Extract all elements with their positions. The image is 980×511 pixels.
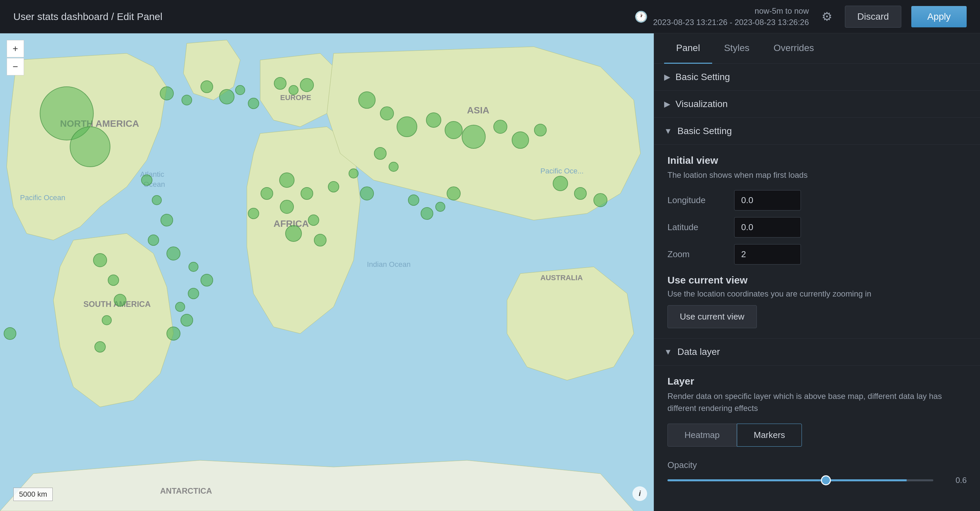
svg-point-51 xyxy=(360,187,374,200)
data-layer-header[interactable]: ▼ Data layer xyxy=(654,339,980,366)
svg-point-49 xyxy=(349,169,358,178)
use-current-title: Use current view xyxy=(667,274,967,286)
svg-point-65 xyxy=(167,327,180,340)
svg-text:ASIA: ASIA xyxy=(467,105,489,115)
opacity-value: 0.6 xyxy=(940,476,967,485)
svg-point-23 xyxy=(300,78,313,92)
longitude-row: Longitude xyxy=(667,190,967,210)
use-current-desc: Use the location coordinates you are cur… xyxy=(667,289,967,299)
svg-point-63 xyxy=(175,302,185,312)
svg-point-22 xyxy=(289,85,298,95)
svg-point-64 xyxy=(181,314,193,326)
longitude-input[interactable] xyxy=(734,190,801,210)
svg-point-61 xyxy=(201,274,213,286)
svg-point-69 xyxy=(447,187,460,200)
zoom-input[interactable] xyxy=(734,244,801,264)
svg-point-42 xyxy=(94,253,107,267)
data-layer-content: Layer Render data on specific layer whic… xyxy=(654,366,980,495)
header: User stats dashboard / Edit Panel 🕐 now-… xyxy=(0,0,980,33)
svg-point-47 xyxy=(261,188,273,199)
svg-text:Pacific Oce...: Pacific Oce... xyxy=(540,167,584,175)
svg-point-15 xyxy=(160,87,173,100)
apply-button[interactable]: Apply xyxy=(911,6,967,27)
map-panel: NORTH AMERICA ASIA EUROPE AFRICA SOUTH A… xyxy=(0,33,654,511)
svg-point-19 xyxy=(235,85,245,95)
time-text: now-5m to now 2023-08-23 13:21:26 - 2023… xyxy=(653,5,809,28)
svg-point-31 xyxy=(512,132,529,148)
opacity-slider-container: 0.6 xyxy=(667,476,967,485)
svg-point-40 xyxy=(286,226,302,242)
svg-point-45 xyxy=(102,315,111,325)
longitude-label: Longitude xyxy=(667,195,727,205)
opacity-label: Opacity xyxy=(667,460,967,470)
time-absolute: 2023-08-23 13:21:26 - 2023-08-23 13:26:2… xyxy=(653,17,809,28)
svg-point-17 xyxy=(201,81,213,93)
svg-point-68 xyxy=(436,202,445,212)
map-controls: + − xyxy=(7,40,24,75)
visualization-title: Visualization xyxy=(675,99,728,110)
svg-point-16 xyxy=(182,95,192,105)
opacity-slider[interactable] xyxy=(667,479,933,481)
svg-point-54 xyxy=(4,328,16,339)
svg-point-62 xyxy=(188,288,199,299)
svg-point-52 xyxy=(374,147,386,159)
settings-button[interactable]: ⚙ xyxy=(819,7,835,26)
right-panel: Panel Styles Overrides ▶ Basic Setting ▶… xyxy=(654,33,980,511)
heatmap-button[interactable]: Heatmap xyxy=(667,423,737,447)
breadcrumb: User stats dashboard / Edit Panel xyxy=(13,11,624,22)
svg-point-36 xyxy=(280,173,294,188)
svg-point-60 xyxy=(189,262,198,272)
svg-text:Pacific Ocean: Pacific Ocean xyxy=(20,193,65,202)
tabs-bar: Panel Styles Overrides xyxy=(654,33,980,64)
svg-point-66 xyxy=(408,195,419,205)
markers-button[interactable]: Markers xyxy=(737,423,802,447)
svg-point-34 xyxy=(574,188,586,199)
map-scale: 5000 km xyxy=(13,488,53,501)
zoom-in-button[interactable]: + xyxy=(7,40,24,57)
use-current-view-button[interactable]: Use current view xyxy=(667,305,757,328)
svg-point-30 xyxy=(494,120,507,134)
chevron-down-icon-2: ▼ xyxy=(664,347,672,357)
svg-point-59 xyxy=(167,247,180,260)
basic-setting-expanded-header[interactable]: ▼ Basic Setting xyxy=(654,118,980,145)
latitude-input[interactable] xyxy=(734,217,801,237)
svg-point-26 xyxy=(397,117,417,137)
svg-point-38 xyxy=(280,200,294,213)
tab-panel[interactable]: Panel xyxy=(664,33,712,64)
tab-styles[interactable]: Styles xyxy=(712,33,762,64)
basic-setting-collapsed-header[interactable]: ▶ Basic Setting xyxy=(654,64,980,91)
main-layout: NORTH AMERICA ASIA EUROPE AFRICA SOUTH A… xyxy=(0,33,980,511)
svg-point-44 xyxy=(114,294,126,306)
svg-point-37 xyxy=(301,188,313,199)
svg-point-56 xyxy=(152,196,161,205)
initial-view-title: Initial view xyxy=(667,155,967,166)
svg-text:ANTARCTICA: ANTARCTICA xyxy=(160,486,212,495)
visualization-header[interactable]: ▶ Visualization xyxy=(654,91,980,118)
svg-point-20 xyxy=(248,98,259,109)
svg-point-27 xyxy=(426,113,441,127)
zoom-label: Zoom xyxy=(667,249,727,259)
info-icon: i xyxy=(639,489,641,498)
svg-point-48 xyxy=(248,208,259,219)
zoom-out-button[interactable]: − xyxy=(7,58,24,75)
svg-point-41 xyxy=(314,234,326,246)
svg-point-53 xyxy=(389,162,398,172)
svg-point-35 xyxy=(594,193,607,207)
data-layer-title: Data layer xyxy=(678,347,720,357)
svg-point-67 xyxy=(421,207,433,220)
clock-icon: 🕐 xyxy=(635,10,648,23)
discard-button[interactable]: Discard xyxy=(845,6,901,28)
svg-point-18 xyxy=(220,89,234,104)
layer-buttons: Heatmap Markers xyxy=(667,423,967,447)
svg-point-39 xyxy=(308,215,319,226)
svg-point-33 xyxy=(553,176,568,191)
svg-point-25 xyxy=(380,107,394,120)
svg-point-46 xyxy=(95,342,105,352)
tab-overrides[interactable]: Overrides xyxy=(762,33,826,64)
layer-title: Layer xyxy=(667,376,967,387)
svg-point-32 xyxy=(535,124,546,136)
svg-point-57 xyxy=(161,214,173,226)
svg-point-14 xyxy=(70,127,110,167)
svg-point-50 xyxy=(328,181,339,192)
map-info-button[interactable]: i xyxy=(632,486,647,501)
